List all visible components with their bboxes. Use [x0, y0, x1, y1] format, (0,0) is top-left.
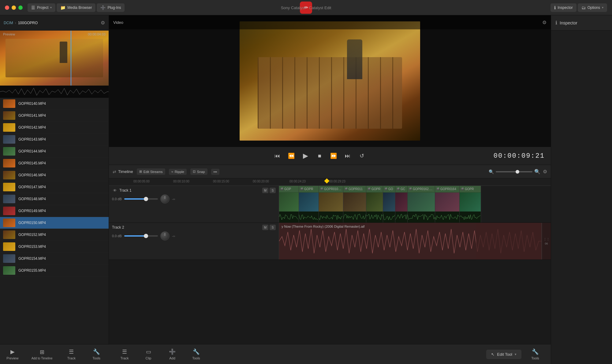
track1-volume-slider[interactable] — [124, 198, 158, 200]
file-list-item[interactable]: GOPR0155.MP4 — [0, 265, 109, 277]
file-list-item[interactable]: GOPR0148.MP4 — [0, 193, 109, 205]
edit-streams-btn[interactable]: ⊞ Edit Streams — [137, 168, 165, 175]
loop-btn[interactable]: ↺ — [357, 151, 366, 160]
video-clip[interactable]: 🎬GO — [383, 186, 395, 222]
clip-thumbnail — [460, 193, 481, 211]
track2-solo-btn[interactable]: S — [270, 225, 276, 230]
video-clip[interactable]: 🎬GOP — [279, 186, 299, 222]
video-clip[interactable]: 🎬GOPR — [460, 186, 481, 222]
file-thumbnail — [3, 230, 15, 239]
track1-mute-btn[interactable]: M — [262, 188, 268, 193]
go-to-end-btn[interactable]: ⏭ — [343, 151, 352, 160]
tools-left-icon: 🔧 — [93, 348, 100, 355]
file-list-item[interactable]: GOPR0145.MP4 — [0, 157, 109, 169]
file-list-item[interactable]: GOPR0150.MP4 — [0, 217, 109, 229]
track2-volume-slider[interactable] — [124, 235, 158, 237]
file-list-item[interactable]: GOPR0147.MP4 — [0, 181, 109, 193]
video-clip[interactable]: 🎬GOPR0162.MP4 — [408, 186, 435, 222]
tools-left-btn[interactable]: 🔧 Tools — [84, 346, 109, 362]
add-btn[interactable]: ➕ Add — [162, 347, 183, 362]
fast-forward-btn[interactable]: ⏩ — [329, 151, 338, 160]
go-to-start-btn[interactable]: ⏮ — [273, 151, 282, 160]
file-thumbnail — [3, 254, 15, 263]
track1-header: 👁 Track 1 M S 0.0 dB — [109, 186, 279, 222]
options-btn[interactable]: 🗂 Options ▾ — [578, 3, 607, 12]
track1-visibility-btn[interactable]: 👁 — [112, 188, 118, 193]
minimize-btn[interactable] — [12, 6, 16, 10]
file-name: GOPR0142.MP4 — [18, 125, 46, 130]
more-btn[interactable]: ••• — [211, 169, 220, 175]
fullscreen-btn[interactable] — [18, 6, 23, 10]
play-btn[interactable]: ▶ — [301, 151, 310, 160]
video-clip[interactable]: 🎬GOPR011 — [343, 186, 366, 222]
clip-thumbnail — [343, 193, 366, 211]
ruler-mark-4: 00:00:20:00 — [253, 180, 269, 183]
video-clip[interactable]: 🎬GC — [395, 186, 408, 222]
file-list-item[interactable]: GOPR0144.MP4 — [0, 145, 109, 157]
settings-icon[interactable]: ⚙ — [101, 20, 105, 26]
file-list-item[interactable]: GOPR0146.MP4 — [0, 169, 109, 181]
clip-thumbnail — [299, 193, 319, 211]
file-list-item[interactable]: GOPR0152.MP4 — [0, 229, 109, 241]
clip-waveform — [435, 211, 459, 222]
file-list-item[interactable]: GOPR0154.MP4 — [0, 253, 109, 265]
stop-btn[interactable]: ■ — [315, 151, 324, 160]
file-list-item[interactable]: GOPR0149.MP4 — [0, 205, 109, 217]
rewind-btn[interactable]: ⏪ — [287, 151, 296, 160]
zoom-slider[interactable] — [496, 171, 532, 172]
clip-thumbnail — [319, 193, 343, 211]
preview-thumbnail[interactable] — [0, 31, 109, 86]
file-list-item[interactable]: GOPR0143.MP4 — [0, 134, 109, 145]
file-list-item[interactable]: GOPR0141.MP4 — [0, 110, 109, 122]
track2-mute-btn[interactable]: M — [262, 225, 268, 230]
file-list-item[interactable]: GOPR0142.MP4 — [0, 122, 109, 134]
titlebar: ☰ Project ▾ 📁 Media Browser ➕ Plug-Ins ✏… — [0, 0, 612, 15]
clip-name: GOPR0164 — [440, 187, 456, 191]
file-thumbnail — [3, 111, 15, 120]
clip-label: 🎬GOPR0164 — [435, 186, 459, 193]
preview-bottom-btn[interactable]: ▶ Preview — [0, 346, 25, 362]
video-preview[interactable] — [240, 21, 420, 141]
track1-solo-btn[interactable]: S — [270, 188, 276, 193]
edit-tool-btn[interactable]: ↖ Edit Tool ▾ — [486, 350, 521, 359]
inspector-btn[interactable]: ℹ Inspector — [550, 3, 576, 12]
clip-btn[interactable]: ▭ Clip — [138, 347, 159, 362]
play-icon-small: ▶ — [10, 348, 15, 355]
transport: ⏮ ⏪ ▶ ■ ⏩ ⏭ ↺ 00:00:09:21 — [109, 147, 551, 165]
add-to-timeline-btn[interactable]: ⊞ Add to Timeline — [25, 346, 59, 362]
track2-pan-knob[interactable] — [160, 231, 170, 241]
video-clip[interactable]: 🎬GOPR — [366, 186, 383, 222]
video-clip[interactable]: 🎬GOPR0164 — [435, 186, 460, 222]
track2-audio-clip[interactable]: y Now (Theme From Rocky) (2006 Digital R… — [279, 223, 542, 259]
track1-content: 🎬GOP🎬GOPR🎬GOPR0102.M🎬GOPR011🎬GOPR🎬GO🎬GC🎬… — [279, 186, 551, 222]
hamburger-icon: ☰ — [31, 5, 35, 10]
tools-icon-right: 🔧 — [193, 348, 200, 355]
file-list-item[interactable]: GOPR0153.MP4 — [0, 241, 109, 253]
clip-thumbnail — [435, 193, 459, 211]
timeline-settings-icon[interactable]: ⚙ — [543, 169, 547, 175]
track-btn[interactable]: ☰ Track — [114, 347, 135, 362]
tools-wrench-btn[interactable]: 🔧 Tools — [524, 347, 546, 362]
plug-ins-btn[interactable]: ➕ Plug-Ins — [97, 3, 125, 12]
video-clip[interactable]: 🎬GOPR — [299, 186, 319, 222]
file-thumbnail — [3, 266, 15, 275]
file-list-item[interactable]: GOPR0140.MP4 — [0, 98, 109, 110]
clip-label: 🎬GC — [395, 186, 407, 193]
zoom-out-icon[interactable]: 🔍 — [489, 169, 494, 174]
track1-pan-knob[interactable] — [160, 194, 170, 204]
track-left-icon: ☰ — [69, 348, 74, 355]
tools-btn-right[interactable]: 🔧 Tools — [185, 347, 207, 362]
project-menu[interactable]: ☰ Project ▾ — [28, 3, 55, 12]
file-name: GOPR0141.MP4 — [18, 113, 46, 118]
ripple-btn[interactable]: ≈ Ripple — [169, 169, 187, 175]
zoom-in-icon[interactable]: 🔍 — [534, 169, 540, 175]
clip-name: GC — [401, 187, 405, 191]
media-browser-btn[interactable]: 📁 Media Browser — [57, 3, 95, 12]
ruler-mark-6: 00:00:29:23 — [329, 180, 345, 183]
close-btn[interactable] — [5, 6, 9, 10]
film-icon: 🎬 — [345, 188, 348, 190]
video-clip[interactable]: 🎬GOPR0102.M — [319, 186, 343, 222]
snap-btn[interactable]: ⊡ Snap — [190, 168, 207, 175]
video-settings-icon[interactable]: ⚙ — [542, 20, 547, 25]
track-left-btn[interactable]: ☰ Track — [59, 346, 84, 362]
